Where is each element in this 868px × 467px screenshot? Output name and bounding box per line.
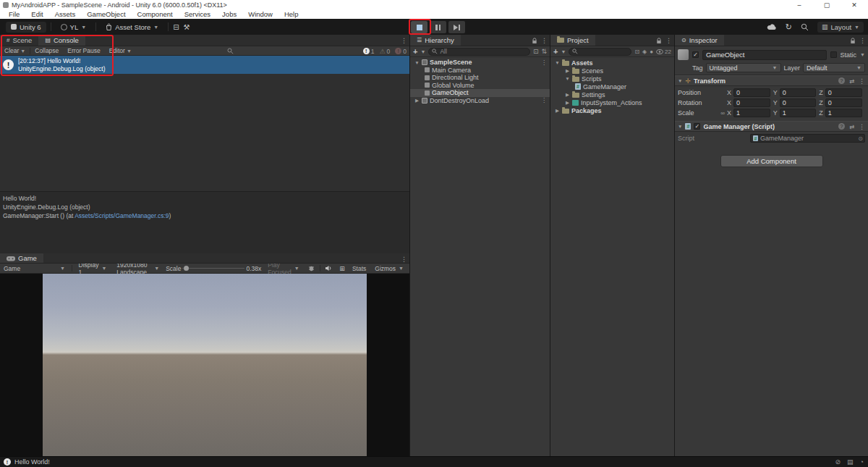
minimize-button[interactable]: – <box>786 0 813 9</box>
scale-link-icon[interactable]: ∞ <box>718 110 727 117</box>
rotation-x-field[interactable]: 0 <box>733 98 770 107</box>
row-menu-icon[interactable]: ⋮ <box>541 97 547 104</box>
script-object-field[interactable]: # GameManager ⊙ <box>750 134 865 143</box>
auto-lighting-disabled-icon[interactable]: ⊘ <box>835 458 841 466</box>
scale-x-field[interactable]: 1 <box>733 109 770 117</box>
tab-hierarchy[interactable]: ☰ Hierarchy <box>410 35 461 46</box>
slider-track[interactable] <box>182 268 244 269</box>
presets-icon[interactable]: ⇄ <box>849 123 854 130</box>
undo-history-icon[interactable]: ↻ <box>786 22 792 32</box>
gameobject-name-field[interactable]: GameObject <box>702 50 827 60</box>
panel-menu-icon[interactable]: ⋮ <box>401 37 407 44</box>
component-menu-icon[interactable]: ⋮ <box>859 77 865 85</box>
tab-scene[interactable]: # Scene <box>0 35 38 46</box>
status-message[interactable]: Hello World! <box>14 458 50 466</box>
cache-server-icon[interactable]: ▤ <box>847 458 854 466</box>
search-by-label-icon[interactable]: ◈ <box>642 49 647 55</box>
sort-icon[interactable]: ⇅ <box>541 48 547 55</box>
vsync-grid-icon[interactable]: ⊞ <box>337 265 347 272</box>
tab-project[interactable]: Project <box>550 35 595 46</box>
game-render[interactable] <box>43 274 367 456</box>
hierarchy-item-gameobject[interactable]: GameObject <box>410 89 550 97</box>
chevron-down-icon[interactable]: ▼ <box>860 52 865 57</box>
panel-menu-icon[interactable]: ⋮ <box>541 37 548 44</box>
foldout-closed-icon[interactable]: ▶ <box>565 92 570 98</box>
multiplayer-window-icon[interactable]: ⊟ <box>173 23 179 31</box>
hierarchy-item-directional-light[interactable]: Directional Light <box>410 74 550 82</box>
add-asset-button[interactable]: + <box>553 48 558 55</box>
tab-inspector[interactable]: ⊙ Inspector <box>675 35 724 46</box>
foldout-open-icon[interactable]: ▼ <box>565 76 570 81</box>
play-stop-button[interactable] <box>411 21 427 33</box>
transform-component-header[interactable]: ▼ ✛︎ Transform ? ⇄ ⋮ <box>675 75 868 86</box>
position-y-field[interactable]: 0 <box>780 88 817 97</box>
component-menu-icon[interactable]: ⋮ <box>859 123 865 130</box>
project-item-inputsystem-actions[interactable]: ▶ InputSystem_Actions <box>550 98 674 106</box>
frame-debugger-icon[interactable] <box>306 265 317 272</box>
lock-icon[interactable] <box>656 38 662 44</box>
error-count[interactable]: !0 <box>395 48 407 55</box>
clear-button[interactable]: Clear ▼ <box>0 47 30 54</box>
tools-icon[interactable]: ⚒︎ <box>184 23 190 31</box>
add-object-button[interactable]: + <box>413 48 417 55</box>
layer-dropdown[interactable]: Default ▼ <box>803 63 865 72</box>
gameobject-cube-icon[interactable] <box>678 49 689 60</box>
slider-knob[interactable] <box>184 266 189 271</box>
menu-help[interactable]: Help <box>278 9 305 19</box>
hierarchy-search-input[interactable]: All <box>428 48 530 56</box>
stack-trace-link[interactable]: Assets/Scripts/GameManager.cs:9 <box>75 212 169 219</box>
lock-icon[interactable] <box>532 38 537 44</box>
project-item-gamemanager[interactable]: # GameManager <box>550 83 674 91</box>
help-icon[interactable]: ? <box>838 77 845 84</box>
warning-count[interactable]: ⚠︎0 <box>379 48 390 55</box>
unity-version-badge[interactable]: Unity 6 <box>6 22 46 33</box>
project-search-input[interactable] <box>569 48 631 56</box>
asset-store-dropdown[interactable]: Asset Store ▼ <box>101 22 163 33</box>
game-view-mode-dropdown[interactable]: Game ▼ <box>0 265 69 272</box>
project-item-packages[interactable]: ▶ Packages <box>550 106 674 114</box>
panel-menu-icon[interactable]: ⋮ <box>665 37 672 44</box>
menu-window[interactable]: Window <box>242 9 278 19</box>
pause-button[interactable] <box>430 21 446 33</box>
menu-assets[interactable]: Assets <box>49 9 82 19</box>
editor-dropdown[interactable]: Editor ▼ <box>105 47 136 54</box>
lock-icon[interactable] <box>850 38 856 44</box>
log-entry-selected[interactable]: ! [20:12:37] Hello World! UnityEngine.De… <box>0 56 409 74</box>
project-item-assets[interactable]: ▼ Assets <box>550 59 674 67</box>
hidden-packages-toggle[interactable]: 22 <box>656 49 671 55</box>
background-progress-icon[interactable]: ◔ <box>860 458 864 466</box>
row-menu-icon[interactable]: ⋮ <box>541 59 547 66</box>
add-component-button[interactable]: Add Component <box>720 155 823 167</box>
scale-z-field[interactable]: 1 <box>825 109 862 117</box>
console-search[interactable] <box>227 48 234 54</box>
foldout-closed-icon[interactable]: ▶ <box>565 68 570 74</box>
hierarchy-item-samplescene[interactable]: ▼ SampleScene ⋮ <box>410 59 550 67</box>
component-enabled-checkbox[interactable]: ✓ <box>694 123 700 130</box>
cloud-icon[interactable] <box>767 23 777 30</box>
gizmos-dropdown[interactable]: Gizmos ▼ <box>371 265 407 272</box>
panel-menu-icon[interactable]: ⋮ <box>401 256 407 263</box>
collapse-toggle[interactable]: Collapse <box>30 47 63 54</box>
close-button[interactable]: ✕ <box>841 0 868 9</box>
menu-services[interactable]: Services <box>179 9 216 19</box>
mute-audio-icon[interactable] <box>323 265 334 272</box>
menu-jobs[interactable]: Jobs <box>216 9 242 19</box>
search-icon[interactable] <box>801 23 809 31</box>
tab-game[interactable]: Game <box>0 253 43 263</box>
hierarchy-item-main-camera[interactable]: Main Camera <box>410 67 550 75</box>
hierarchy-item-global-volume[interactable]: Global Volume <box>410 82 550 90</box>
search-by-type-icon[interactable]: ⊡ <box>634 49 639 55</box>
position-z-field[interactable]: 0 <box>825 88 862 97</box>
menu-component[interactable]: Component <box>132 9 179 19</box>
foldout-closed-icon[interactable]: ▶ <box>565 100 570 106</box>
rotation-z-field[interactable]: 0 <box>825 98 862 107</box>
static-checkbox[interactable] <box>830 51 837 58</box>
favorites-icon[interactable]: ● <box>650 49 653 55</box>
foldout-open-icon[interactable]: ▼ <box>414 60 420 65</box>
info-count[interactable]: !1 <box>363 48 375 55</box>
account-dropdown[interactable]: YL ▼ <box>56 22 92 33</box>
object-picker-icon[interactable]: ⊙ <box>858 135 863 142</box>
help-icon[interactable]: ? <box>838 123 845 130</box>
stats-toggle[interactable]: Stats <box>350 265 368 272</box>
error-pause-toggle[interactable]: Error Pause <box>63 47 104 54</box>
